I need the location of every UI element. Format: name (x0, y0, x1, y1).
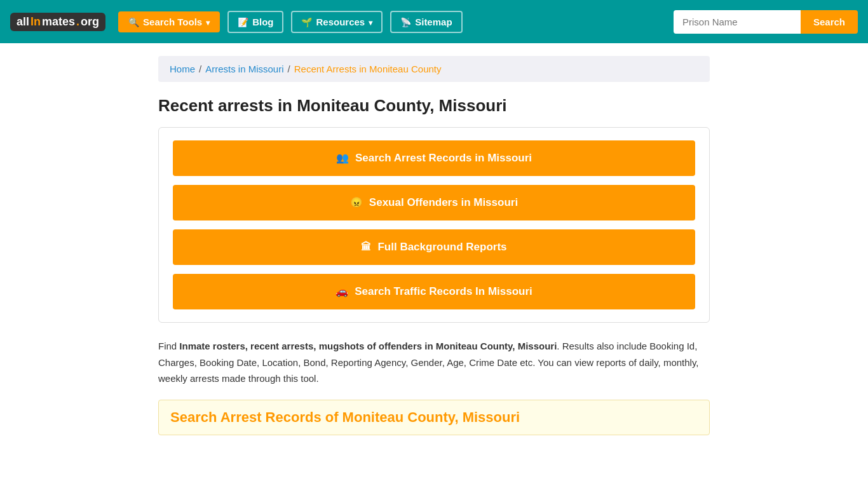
sitemap-icon (400, 17, 411, 27)
resources-chevron (369, 17, 372, 27)
search-tools-icon (128, 17, 139, 27)
navbar: all In mates . org Search Tools Blog Res… (0, 0, 868, 43)
traffic-records-icon (336, 285, 348, 298)
prison-search-button[interactable]: Search (801, 10, 858, 34)
logo[interactable]: all In mates . org (10, 13, 105, 31)
arrest-records-icon (336, 152, 349, 165)
logo-dot: . (76, 15, 79, 29)
main-content: Home / Arrests in Missouri / Recent Arre… (148, 43, 720, 448)
resources-button[interactable]: Resources (291, 11, 383, 33)
search-button-label: Search (813, 17, 845, 27)
logo-part-org: org (81, 15, 99, 29)
background-reports-button[interactable]: Full Background Reports (173, 229, 695, 265)
search-arrest-records-button[interactable]: Search Arrest Records in Missouri (173, 140, 695, 176)
desc-bold: Inmate rosters, recent arrests, mugshots… (179, 341, 557, 351)
traffic-records-button[interactable]: Search Traffic Records In Missouri (173, 274, 695, 309)
arrest-records-label: Search Arrest Records in Missouri (355, 152, 532, 165)
background-reports-label: Full Background Reports (377, 241, 506, 254)
sex-offenders-label: Sexual Offenders in Missouri (369, 196, 518, 209)
desc-prefix: Find (158, 341, 179, 351)
logo-part-all: all (17, 15, 29, 29)
breadcrumb-arrests[interactable]: Arrests in Missouri (205, 64, 283, 74)
description-text: Find Inmate rosters, recent arrests, mug… (158, 338, 710, 387)
sitemap-label: Sitemap (415, 17, 452, 27)
background-reports-icon (361, 241, 371, 254)
logo-part-mates: mates (42, 15, 75, 29)
prison-search-wrap: Search (674, 10, 858, 34)
breadcrumb-sep-1: / (199, 64, 201, 74)
breadcrumb: Home / Arrests in Missouri / Recent Arre… (158, 56, 710, 82)
sitemap-button[interactable]: Sitemap (390, 11, 462, 33)
blog-label: Blog (252, 17, 273, 27)
section-title-box: Search Arrest Records of Moniteau County… (158, 400, 710, 435)
breadcrumb-home[interactable]: Home (170, 64, 195, 74)
search-tools-label: Search Tools (143, 17, 202, 27)
breadcrumb-current: Recent Arrests in Moniteau County (294, 64, 442, 74)
sexual-offenders-button[interactable]: Sexual Offenders in Missouri (173, 185, 695, 220)
breadcrumb-sep-2: / (288, 64, 290, 74)
resources-label: Resources (316, 17, 365, 27)
resources-icon (301, 17, 312, 27)
blog-icon (238, 17, 248, 27)
traffic-records-label: Search Traffic Records In Missouri (355, 285, 532, 298)
section-title: Search Arrest Records of Moniteau County… (170, 409, 520, 425)
page-title: Recent arrests in Moniteau County, Misso… (158, 96, 710, 116)
sex-offenders-icon (350, 196, 363, 209)
search-tools-chevron (206, 17, 210, 27)
prison-name-input[interactable] (674, 10, 801, 34)
search-tools-button[interactable]: Search Tools (118, 11, 220, 32)
blog-button[interactable]: Blog (227, 11, 283, 33)
action-card: Search Arrest Records in Missouri Sexual… (158, 127, 710, 323)
logo-part-in: In (31, 15, 41, 29)
